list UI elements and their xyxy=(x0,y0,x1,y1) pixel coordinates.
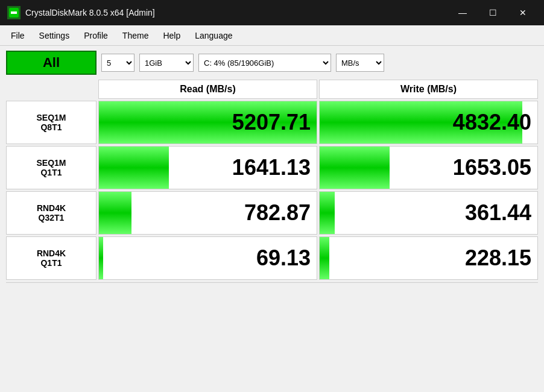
drive-select[interactable]: C: 4% (85/1906GiB) xyxy=(198,54,331,72)
toolbar: All 5 1 3 10 1GiB 512MiB 2GiB 4GiB C: 4%… xyxy=(6,51,538,75)
write-value-1: 1653.05 xyxy=(319,146,538,189)
main-content: All 5 1 3 10 1GiB 512MiB 2GiB 4GiB C: 4%… xyxy=(0,46,544,392)
label-line1-2: RND4K xyxy=(37,203,66,213)
header-read: Read (MB/s) xyxy=(98,80,317,99)
title-bar-controls: — ☐ ✕ xyxy=(449,4,537,22)
write-text-2: 361.44 xyxy=(465,200,531,226)
write-value-3: 228.15 xyxy=(319,236,538,280)
write-bar-2 xyxy=(320,192,335,234)
label-line1-3: RND4K xyxy=(37,248,66,258)
runs-select[interactable]: 5 1 3 10 xyxy=(101,54,134,72)
read-text-2: 782.87 xyxy=(244,200,311,226)
read-value-0: 5207.71 xyxy=(98,101,317,144)
label-line2-3: Q1T1 xyxy=(40,258,62,268)
write-text-3: 228.15 xyxy=(465,245,531,271)
write-text-0: 4832.40 xyxy=(453,110,531,135)
label-rnd4k-q1t1: RND4K Q1T1 xyxy=(6,236,96,280)
menu-settings[interactable]: Settings xyxy=(33,28,76,43)
label-line1-1: SEQ1M xyxy=(36,158,66,168)
label-line2-0: Q8T1 xyxy=(40,122,62,132)
menu-file[interactable]: File xyxy=(5,28,31,43)
svg-rect-2 xyxy=(11,11,17,14)
menu-help[interactable]: Help xyxy=(157,28,186,43)
label-rnd4k-q32t1: RND4K Q32T1 xyxy=(6,191,96,235)
unit-select[interactable]: MB/s GB/s IOPS μs xyxy=(336,54,384,72)
read-value-1: 1641.13 xyxy=(98,146,317,189)
all-button[interactable]: All xyxy=(6,51,96,75)
read-text-0: 5207.71 xyxy=(232,110,311,135)
read-bar-1 xyxy=(99,147,169,189)
header-spacer xyxy=(6,80,96,99)
menu-language[interactable]: Language xyxy=(189,28,238,43)
close-button[interactable]: ✕ xyxy=(509,4,537,22)
write-text-1: 1653.05 xyxy=(453,155,531,180)
header-write: Write (MB/s) xyxy=(319,80,538,99)
write-bar-3 xyxy=(320,237,329,279)
label-seq1m-q8t1: SEQ1M Q8T1 xyxy=(6,101,96,144)
status-bar xyxy=(6,282,538,297)
size-select[interactable]: 1GiB 512MiB 2GiB 4GiB xyxy=(139,54,194,72)
label-seq1m-q1t1: SEQ1M Q1T1 xyxy=(6,146,96,189)
menu-theme[interactable]: Theme xyxy=(116,28,155,43)
label-line2-1: Q1T1 xyxy=(40,168,62,177)
title-bar-left: CrystalDiskMark 8.0.5 x64 [Admin] xyxy=(7,6,155,19)
read-text-1: 1641.13 xyxy=(232,155,311,180)
results-grid: Read (MB/s) Write (MB/s) SEQ1M Q8T1 5207… xyxy=(6,80,538,280)
label-line2-2: Q32T1 xyxy=(39,213,65,223)
menu-profile[interactable]: Profile xyxy=(78,28,114,43)
write-value-2: 361.44 xyxy=(319,191,538,235)
maximize-button[interactable]: ☐ xyxy=(479,4,507,22)
read-text-3: 69.13 xyxy=(256,245,311,271)
label-line1-0: SEQ1M xyxy=(36,113,66,122)
app-icon xyxy=(7,6,21,19)
title-bar: CrystalDiskMark 8.0.5 x64 [Admin] — ☐ ✕ xyxy=(0,0,544,25)
window-title: CrystalDiskMark 8.0.5 x64 [Admin] xyxy=(25,8,155,17)
read-bar-2 xyxy=(99,192,131,234)
write-value-0: 4832.40 xyxy=(319,101,538,144)
read-value-2: 782.87 xyxy=(98,191,317,235)
menu-bar: File Settings Profile Theme Help Languag… xyxy=(0,25,544,46)
minimize-button[interactable]: — xyxy=(449,4,476,22)
read-bar-3 xyxy=(99,237,103,279)
read-value-3: 69.13 xyxy=(98,236,317,280)
write-bar-1 xyxy=(320,147,390,189)
